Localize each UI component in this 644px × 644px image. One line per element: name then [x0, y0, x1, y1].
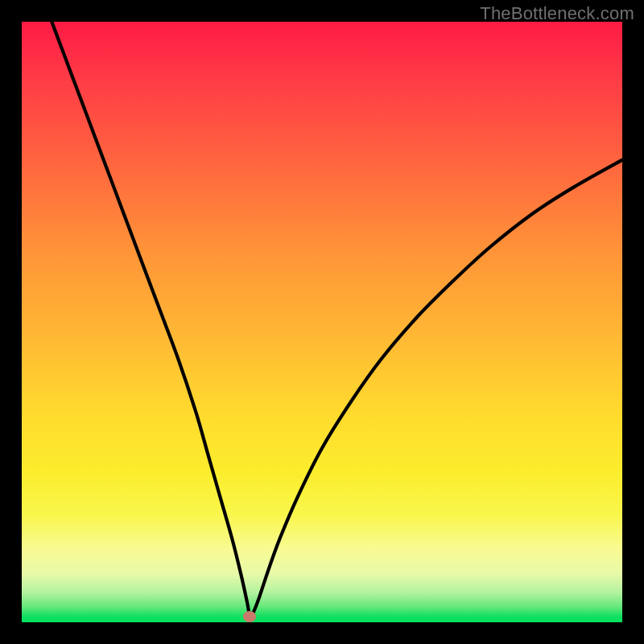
plot-area — [22, 22, 622, 622]
chart-frame: TheBottleneck.com — [0, 0, 644, 644]
watermark-text: TheBottleneck.com — [480, 3, 634, 24]
bottleneck-curve — [22, 22, 622, 622]
optimum-marker — [243, 611, 256, 622]
